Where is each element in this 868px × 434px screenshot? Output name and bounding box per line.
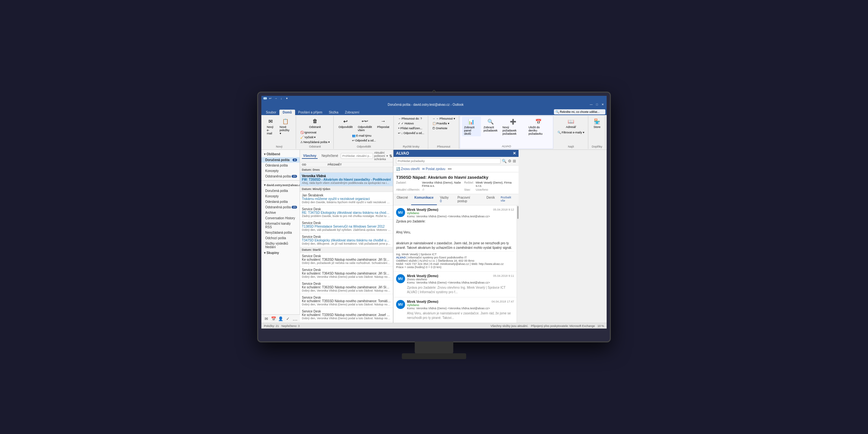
delete-btn[interactable]: 🗑 Odstranit <box>307 116 323 129</box>
people-nav-btn[interactable]: 👤 <box>278 316 283 322</box>
sidebar-item-dorucena[interactable]: Doručená pošta <box>261 188 300 193</box>
alvao-tab-vazby[interactable]: Vazby 0 <box>437 194 454 205</box>
email-item-service2[interactable]: Service Desk T138SD Přeinstalace Serveru… <box>300 220 393 234</box>
onenote-btn[interactable]: 🗒 OneNote <box>431 126 457 130</box>
new-request-btn[interactable]: ➕ Nový požadavekpožadavek <box>500 117 526 136</box>
sidebar-group-skupiny[interactable]: ▾ Skupiny <box>261 250 300 256</box>
email-item-service7[interactable]: Service Desk Ke schválení: T355SD Nástup… <box>300 294 393 308</box>
sidebar-account-toggle[interactable]: ▾ david.ostry.test@alvao.cz <box>261 182 300 188</box>
email-item-veronika[interactable]: Veronika Vlidná FW: T350SD - Akvárium do… <box>300 173 393 186</box>
ribbon-search-input[interactable] <box>554 109 606 115</box>
reply-btn[interactable]: ↩ Odpovědět <box>336 116 355 133</box>
mailbox-filter-dropdown[interactable]: Aktuální poštovní schránka ▾ <box>374 151 389 161</box>
reply-del2-btn[interactable]: ↩ ↓ Odpověď a od... <box>396 131 426 135</box>
new-email-btn[interactable]: ✉ Novýe-mail <box>265 116 277 136</box>
reply-all-label: Odpovědětvšem <box>358 125 372 132</box>
email-item-service5[interactable]: Service Desk Ke schválení: T364SD Nástup… <box>300 267 393 280</box>
reopen-icon: 🔄 <box>396 167 400 171</box>
sidebar-item-nevyzadana[interactable]: Nevyžádaná pošta <box>261 230 300 235</box>
expand-qat-btn[interactable]: ▾ <box>284 96 289 101</box>
calendar-nav-btn[interactable]: 📅 <box>270 316 276 322</box>
alvao-settings-icon[interactable]: ⚙ <box>508 159 512 163</box>
tab-domu[interactable]: Domů <box>279 110 295 115</box>
expand-all-link[interactable]: Rozbalit vše <box>498 194 519 205</box>
team-email-btn[interactable]: 👥 E-mail týmu <box>350 133 378 138</box>
clean-btn[interactable]: 🧹 Vyčistit ▾ <box>299 135 332 140</box>
save-to-diary-btn[interactable]: 📅 Uložit do deníkupožadavku <box>526 117 551 136</box>
store-group-label: Doplňky <box>592 145 602 148</box>
minimize-btn[interactable]: — <box>589 102 594 107</box>
account-label: david.ostry.test@alvao.cz <box>267 184 300 187</box>
email-item-service1[interactable]: Service Desk RE: T347SD Ekologicky zlikv… <box>300 206 393 220</box>
alvao-tab-komunikace[interactable]: Komunikace <box>411 194 437 205</box>
show-taskpane-btn[interactable]: 📊 Zobrazitpanel úkolů <box>462 117 481 136</box>
filter-emails-btn[interactable]: 🔍 Filtrovat e-maily ▾ <box>556 130 586 135</box>
address-book-btn[interactable]: 📖 Adresář <box>563 116 578 129</box>
email-search-input[interactable] <box>341 153 373 159</box>
email-item-skrabanek[interactable]: Jan Škrabánek Tiskárnu můžeme využít v n… <box>300 192 393 206</box>
redo-btn[interactable]: → <box>274 96 278 101</box>
move-btn[interactable]: → → Přesunout ▾ <box>431 116 457 121</box>
tasks-nav-btn[interactable]: ✓ <box>285 316 290 322</box>
more-nav-btn[interactable]: … <box>292 316 298 322</box>
email-sender: Service Desk <box>302 254 391 258</box>
sidebar-group-oblibene[interactable]: ▾ Oblíbené <box>261 151 300 157</box>
sidebar-item-koncepty-oblibene[interactable]: Koncepty <box>261 168 300 174</box>
down-btn[interactable]: ↓ <box>279 96 283 101</box>
maximize-btn[interactable]: □ <box>594 102 599 107</box>
tab-soubor[interactable]: Soubor <box>262 110 279 115</box>
tab-slozka[interactable]: Složka <box>326 110 342 115</box>
reply-delete-btn[interactable]: ↩ Odpověď a od... <box>350 138 378 143</box>
email-item-service6[interactable]: Service Desk Ke schválení: T363SD Nástup… <box>300 280 393 294</box>
sidebar-item-archive[interactable]: Archive <box>261 210 300 215</box>
alvao-tab-obecne[interactable]: Obecné <box>394 194 411 205</box>
tab-zobrazeni[interactable]: Zobrazení <box>342 110 363 115</box>
sidebar-item-odstranena-oblibene[interactable]: Odstraněná pošta 25 <box>261 174 300 179</box>
main-area: ▾ Oblíbené Doručená pošta 3 Odeslaná poš… <box>261 150 607 323</box>
rules-btn[interactable]: 📋 Pravidla ▾ <box>431 121 457 126</box>
reopen-btn[interactable]: 🔄 Znovu otevřít <box>396 167 420 171</box>
alvao-search-input[interactable] <box>396 158 500 164</box>
sort-icon[interactable]: ⇅ <box>389 154 392 158</box>
sidebar-item-koncepty[interactable]: Koncepty <box>261 193 300 199</box>
sidebar-item-conv-history[interactable]: Conversation History <box>261 215 300 221</box>
store-btn[interactable]: 🏪 Store <box>591 116 603 129</box>
reply-all-btn[interactable]: ↩↩ Odpovědětvšem <box>355 116 374 133</box>
ignore-btn[interactable]: 🚫 Ignorovat <box>299 130 332 135</box>
email-item-service3[interactable]: Service Desk T347SD Ekologicky zlikvidov… <box>300 234 393 247</box>
junk-btn[interactable]: ⚠ Nevyžádaná pošta ▾ <box>299 140 332 144</box>
forward-btn[interactable]: → Přeposlat <box>375 116 392 133</box>
show-request-btn[interactable]: 🔍 Zobrazitpožadavek <box>482 117 500 136</box>
sidebar-item-dorucena-oblibene[interactable]: Doručená pošta 3 <box>261 157 300 163</box>
tab-posilani[interactable]: Posílání a příjem <box>295 110 326 115</box>
skupiny-label: Skupiny <box>267 251 279 255</box>
alvao-tab-pracovni[interactable]: Pracovní postup <box>454 194 483 205</box>
alvao-close-icon[interactable]: ✕ <box>513 151 516 156</box>
sidebar-item-rss[interactable]: Informační kanály RSS <box>261 221 300 230</box>
email-item-service4[interactable]: Service Desk Ke schválení: T363SD Nástup… <box>300 253 393 267</box>
close-btn[interactable]: ✕ <box>600 102 606 107</box>
mail-nav-btn[interactable]: ✉ <box>263 316 269 322</box>
alvao-tab-denik[interactable]: Deník <box>483 194 498 205</box>
filter-tab-all[interactable]: Všechny <box>302 153 318 159</box>
undo-btn[interactable]: ↩ <box>268 96 273 101</box>
filter-tab-unread[interactable]: Nepřečtené <box>320 153 340 159</box>
email-item-service8[interactable]: Service Desk Ke schválení: T339SD Nástup… <box>300 308 393 322</box>
onenote-icon: 🗒 <box>432 127 435 130</box>
add-manager-btn[interactable]: + Přidat nadřízen... <box>396 126 426 130</box>
new-items-btn[interactable]: 📋 Novépoložky ▾ <box>277 116 294 136</box>
alvao-panel-icon[interactable]: ⊞ <box>513 159 516 163</box>
done-btn[interactable]: ✓ ✓ Hotovo <box>396 121 426 126</box>
new-group-label: Nový <box>276 145 283 148</box>
moveto-btn[interactable]: → Přesunout do: ? <box>396 116 426 121</box>
sidebar-item-odeslana-oblibene[interactable]: Odeslaná pošta <box>261 163 300 168</box>
sidebar-item-odeslana[interactable]: Odeslaná pošta <box>261 199 300 205</box>
more-actions-btn[interactable]: ••• <box>448 167 452 171</box>
sidebar-item-vysledky[interactable]: Složky výsledků hledání <box>261 241 300 250</box>
sidebar-item-odstranena[interactable]: Odstraněná pošta 25 <box>261 205 300 210</box>
reopen-label: Znovu otevřít <box>401 167 420 171</box>
send-message-btn[interactable]: ✉ Poslat zprávu <box>422 167 445 171</box>
aktualni-label: Aktuální cíl/termín: <box>396 188 420 191</box>
sidebar-item-odchozi[interactable]: Odchozí pošta <box>261 235 300 241</box>
scroll-thumb[interactable] <box>517 206 519 219</box>
